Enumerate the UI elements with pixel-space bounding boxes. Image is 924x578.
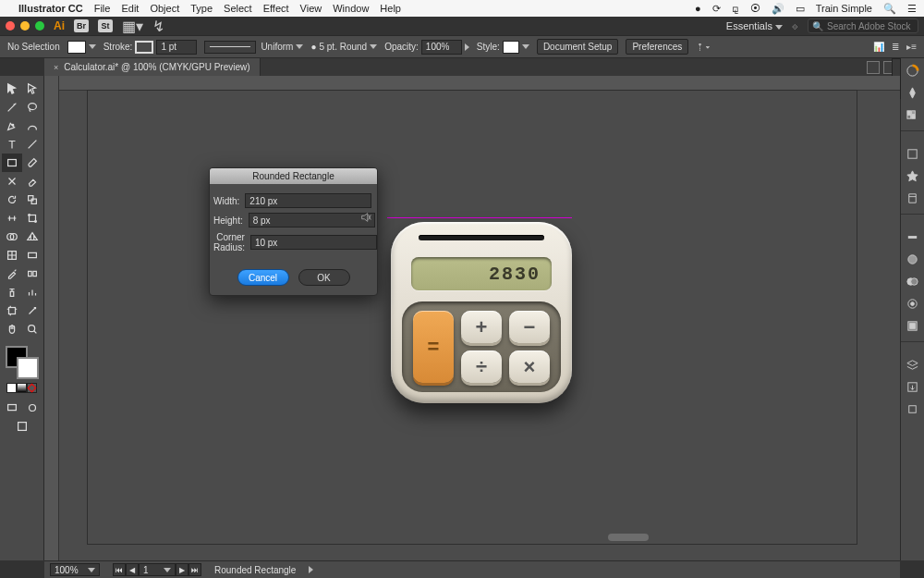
panel-toggle2-icon[interactable]: ≣ (892, 42, 899, 52)
stock-icon[interactable]: St (98, 19, 113, 32)
arrange-docs-icon[interactable]: ▦▾ (122, 18, 143, 35)
control-menu-icon[interactable]: ▸≡ (906, 42, 917, 52)
menu-file[interactable]: File (94, 3, 111, 14)
search-stock-input[interactable]: 🔍 Search Adobe Stock (808, 18, 918, 33)
appearance-panel-icon[interactable] (905, 295, 921, 312)
menu-window[interactable]: Window (333, 3, 369, 14)
artboard-nav-input[interactable]: 1 (139, 563, 176, 576)
libraries-panel-icon[interactable] (905, 190, 921, 206)
ruler-horizontal[interactable] (59, 76, 900, 91)
horizontal-scrollbar[interactable] (442, 534, 894, 543)
direct-selection-tool[interactable] (22, 80, 43, 98)
paintbrush-tool[interactable] (22, 154, 43, 172)
width-tool[interactable] (2, 209, 22, 228)
fill-swatch[interactable] (67, 41, 86, 54)
spotlight-icon[interactable]: 🔍 (883, 3, 896, 15)
screen-mode-icon[interactable] (2, 399, 22, 417)
menu-effect[interactable]: Effect (263, 3, 289, 14)
style-swatch[interactable] (503, 41, 519, 54)
sync-settings-icon[interactable]: ⟐ (792, 20, 798, 31)
type-tool[interactable] (2, 135, 22, 154)
zoom-select[interactable]: 100% (50, 563, 100, 576)
radius-input[interactable] (250, 235, 377, 250)
layers-panel-icon[interactable] (905, 356, 921, 373)
artboard-tool[interactable] (2, 301, 22, 320)
minimize-window-icon[interactable] (20, 21, 30, 31)
ruler-vertical[interactable] (44, 76, 59, 560)
brush-label[interactable]: 5 pt. Round (319, 42, 367, 52)
curvature-tool[interactable] (22, 117, 43, 135)
menu-app[interactable]: Illustrator CC (18, 3, 83, 14)
menu-extra-icon[interactable]: ☰ (907, 3, 917, 15)
menu-object[interactable]: Object (150, 3, 179, 14)
menu-select[interactable]: Select (224, 3, 252, 14)
selection-tool[interactable] (2, 80, 22, 98)
opacity-input[interactable] (421, 40, 462, 55)
color-mode-row[interactable] (6, 383, 37, 393)
eyedropper-tool[interactable] (2, 264, 22, 283)
menu-user[interactable]: Train Simple (816, 3, 872, 14)
stroke-weight-input[interactable] (156, 40, 197, 55)
draw-mode-icon[interactable] (22, 399, 43, 417)
gpu-icon[interactable]: ↯ (152, 18, 164, 35)
stroke-swatch-main[interactable] (17, 357, 39, 379)
rectangle-tool[interactable] (2, 154, 22, 172)
free-transform-tool[interactable] (22, 209, 43, 228)
brushes-panel-icon[interactable] (905, 145, 921, 162)
ok-button[interactable]: OK (298, 269, 350, 286)
mesh-tool[interactable] (2, 246, 22, 264)
workspace-switcher[interactable]: Essentials (726, 20, 783, 31)
perspective-grid-tool[interactable] (22, 228, 43, 246)
cancel-button[interactable]: Cancel (237, 269, 289, 286)
scale-tool[interactable] (22, 191, 43, 209)
fill-stroke-swatches[interactable] (6, 346, 39, 379)
height-input[interactable] (249, 213, 375, 228)
hand-tool[interactable] (2, 320, 22, 338)
status-menu-icon[interactable] (309, 566, 313, 573)
tab-calculator[interactable]: × Calculator.ai* @ 100% (CMYK/GPU Previe… (44, 58, 261, 76)
eraser-tool[interactable] (22, 172, 43, 191)
color-panel-icon[interactable] (905, 62, 921, 79)
shaper-tool[interactable] (2, 172, 22, 191)
document-setup-button[interactable]: Document Setup (537, 39, 619, 55)
symbols-panel-icon[interactable] (905, 167, 921, 184)
menu-type[interactable]: Type (190, 3, 213, 14)
menu-edit[interactable]: Edit (121, 3, 139, 14)
stroke-panel-icon[interactable] (905, 228, 921, 245)
rotate-tool[interactable] (2, 191, 22, 209)
last-artboard-icon[interactable]: ⏭ (188, 563, 201, 576)
bridge-icon[interactable]: Br (74, 19, 89, 32)
asset-export-panel-icon[interactable] (905, 378, 921, 395)
gradient-panel-icon[interactable] (905, 251, 921, 267)
first-artboard-icon[interactable]: ⏮ (113, 563, 126, 576)
line-tool[interactable] (22, 135, 43, 154)
symbol-sprayer-tool[interactable] (2, 283, 22, 301)
artboards-panel-icon[interactable] (905, 400, 921, 417)
close-tab-icon[interactable]: × (54, 63, 58, 72)
column-graph-tool[interactable] (22, 283, 43, 301)
panel-toggle-icon[interactable]: 📊 (873, 42, 884, 52)
pen-tool[interactable] (2, 117, 22, 135)
swatches-panel-icon[interactable] (905, 106, 921, 123)
blend-tool[interactable] (22, 264, 43, 283)
width-input[interactable] (245, 193, 371, 208)
graphic-styles-panel-icon[interactable] (905, 317, 921, 334)
shape-builder-tool[interactable] (2, 228, 22, 246)
slice-tool[interactable] (22, 301, 43, 320)
menu-help[interactable]: Help (380, 3, 401, 14)
next-artboard-icon[interactable]: ▶ (176, 563, 188, 576)
zoom-tool[interactable] (22, 320, 43, 338)
magic-wand-tool[interactable] (2, 98, 22, 117)
lasso-tool[interactable] (22, 98, 43, 117)
change-screen-icon[interactable] (12, 417, 32, 436)
zoom-window-icon[interactable] (35, 21, 44, 31)
align-to-icon[interactable]: ⭫▾ (696, 42, 710, 52)
color-guide-panel-icon[interactable] (905, 84, 921, 101)
stroke-profile[interactable] (204, 41, 256, 54)
menu-view[interactable]: View (300, 3, 322, 14)
preferences-button[interactable]: Preferences (626, 39, 688, 55)
canvas[interactable]: 2830 + − = ÷ × Rounded Rectangle Width: … (44, 76, 900, 560)
stroke-swatch[interactable] (135, 41, 153, 54)
window-controls[interactable] (6, 21, 44, 31)
prev-artboard-icon[interactable]: ◀ (126, 563, 139, 576)
